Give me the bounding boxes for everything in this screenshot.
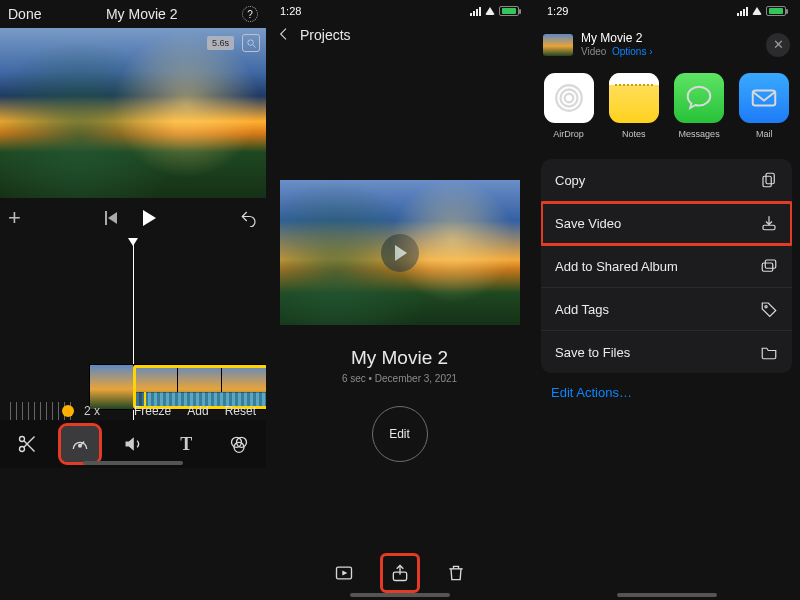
mail-icon — [739, 73, 789, 123]
airdrop-icon — [544, 73, 594, 123]
preview-viewer[interactable]: 5.6s — [0, 28, 266, 198]
svg-point-2 — [19, 437, 24, 442]
action-label: Copy — [555, 173, 585, 188]
reset-speed-button[interactable]: Reset — [225, 404, 256, 418]
action-add-shared-album[interactable]: Add to Shared Album — [541, 245, 792, 288]
svg-rect-17 — [766, 174, 774, 185]
project-thumbnail[interactable] — [280, 180, 520, 325]
battery-icon — [499, 6, 519, 16]
action-add-tags[interactable]: Add Tags — [541, 288, 792, 331]
action-copy[interactable]: Copy — [541, 159, 792, 202]
share-title: My Movie 2 — [581, 32, 653, 46]
help-icon[interactable]: ? — [242, 6, 258, 22]
share-icon[interactable] — [383, 556, 417, 590]
share-app-messages[interactable]: Messages — [674, 73, 725, 139]
status-right — [470, 6, 519, 16]
action-label: Save to Files — [555, 345, 630, 360]
share-kind: Video — [581, 46, 606, 57]
svg-rect-19 — [763, 226, 775, 231]
back-chevron-icon[interactable] — [276, 26, 292, 45]
imovie-project-screen: 1:28 Projects My Movie 2 6 sec • Decembe… — [266, 0, 533, 600]
status-time: 1:28 — [280, 5, 301, 17]
home-indicator[interactable] — [350, 593, 450, 597]
tag-icon — [760, 300, 778, 318]
action-save-files[interactable]: Save to Files — [541, 331, 792, 373]
home-indicator[interactable] — [617, 593, 717, 597]
movie-title: My Movie 2 — [351, 347, 448, 369]
svg-point-13 — [564, 94, 573, 103]
volume-icon[interactable] — [114, 426, 152, 462]
shared-album-icon — [760, 257, 778, 275]
svg-point-7 — [78, 444, 81, 447]
duration-badge: 5.6s — [207, 36, 234, 50]
action-label: Add Tags — [555, 302, 609, 317]
download-icon — [760, 214, 778, 232]
home-indicator[interactable] — [83, 461, 183, 465]
speedometer-icon[interactable] — [61, 426, 99, 462]
svg-rect-21 — [765, 260, 776, 268]
share-sheet-screen: 1:29 My Movie 2 Video Options › ✕ — [533, 0, 800, 600]
speed-value: 2 x — [84, 404, 100, 418]
svg-rect-20 — [762, 263, 773, 271]
speed-slider-knob[interactable] — [62, 405, 74, 417]
timeline[interactable]: 2 x Freeze Add Reset T — [0, 238, 266, 468]
battery-icon — [766, 6, 786, 16]
share-app-mail[interactable]: Mail — [739, 73, 790, 139]
edit-actions-button[interactable]: Edit Actions… — [551, 385, 800, 400]
chevron-right-icon: › — [649, 46, 652, 57]
share-action-list: Copy Save Video Add to Shared Album Add … — [541, 159, 792, 373]
add-speed-range-button[interactable]: Add — [187, 404, 208, 418]
close-icon[interactable]: ✕ — [766, 33, 790, 57]
add-media-button[interactable]: + — [8, 205, 21, 231]
speed-slider[interactable] — [10, 402, 74, 420]
freeze-button[interactable]: Freeze — [134, 404, 171, 418]
notes-icon — [609, 73, 659, 123]
svg-rect-16 — [753, 91, 776, 106]
play-overlay-icon[interactable] — [381, 234, 419, 272]
signal-icon — [737, 7, 748, 16]
project-title: My Movie 2 — [106, 6, 178, 22]
messages-icon — [674, 73, 724, 123]
skip-back-icon[interactable] — [105, 211, 117, 225]
status-time: 1:29 — [547, 5, 568, 17]
titles-icon[interactable]: T — [167, 426, 205, 462]
magnifier-icon[interactable] — [242, 34, 260, 52]
play-icon[interactable] — [143, 210, 156, 226]
svg-rect-18 — [763, 177, 771, 188]
done-button[interactable]: Done — [8, 6, 41, 22]
wifi-icon — [485, 7, 495, 15]
play-rect-icon[interactable] — [327, 556, 361, 590]
wifi-icon — [752, 7, 762, 15]
share-app-label: Mail — [756, 129, 773, 139]
folder-icon — [760, 343, 778, 361]
edit-button[interactable]: Edit — [372, 406, 428, 462]
share-app-label: Notes — [622, 129, 646, 139]
share-app-notes[interactable]: Notes — [608, 73, 659, 139]
share-app-airdrop[interactable]: AirDrop — [543, 73, 594, 139]
signal-icon — [470, 7, 481, 16]
undo-icon[interactable] — [240, 209, 258, 227]
svg-point-3 — [19, 447, 24, 452]
svg-point-0 — [247, 39, 253, 45]
status-right — [737, 6, 786, 16]
action-label: Save Video — [555, 216, 621, 231]
projects-button[interactable]: Projects — [300, 27, 351, 43]
imovie-editor-screen: Done My Movie 2 ? 5.6s + — [0, 0, 266, 600]
share-app-label: AirDrop — [553, 129, 584, 139]
share-thumbnail — [543, 34, 573, 56]
action-label: Add to Shared Album — [555, 259, 678, 274]
filters-icon[interactable] — [220, 426, 258, 462]
share-app-label: Messages — [679, 129, 720, 139]
svg-point-22 — [765, 306, 767, 308]
movie-subtitle: 6 sec • December 3, 2021 — [342, 373, 457, 384]
svg-line-1 — [252, 44, 255, 47]
action-save-video[interactable]: Save Video — [541, 202, 792, 245]
trash-icon[interactable] — [439, 556, 473, 590]
share-options-button[interactable]: Options — [612, 46, 646, 57]
copy-icon — [760, 171, 778, 189]
svg-point-14 — [560, 90, 577, 107]
scissors-icon[interactable] — [8, 426, 46, 462]
